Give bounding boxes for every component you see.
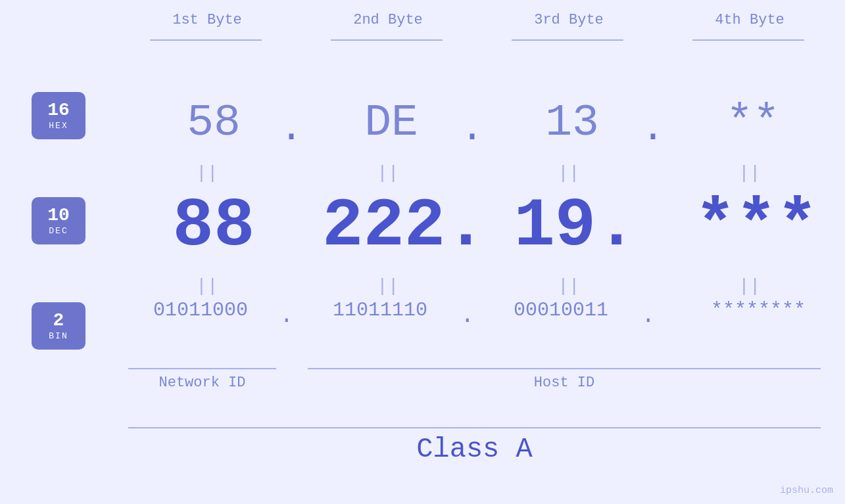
dec-value-1: 88 bbox=[141, 187, 286, 265]
dec-badge-num: 10 bbox=[47, 206, 70, 226]
hex-value-4: ** bbox=[697, 97, 809, 148]
bin-badge-num: 2 bbox=[53, 311, 64, 331]
byte-header-2: 2nd Byte bbox=[322, 12, 454, 28]
hex-value-3: 13 bbox=[516, 97, 628, 148]
bin-dot-1: . bbox=[279, 302, 294, 329]
equals-hex-dec-4: || bbox=[738, 163, 761, 183]
watermark: ipshu.com bbox=[780, 485, 833, 496]
hex-badge-label: HEX bbox=[49, 121, 68, 131]
network-id-label: Network ID bbox=[128, 375, 276, 391]
equals-hex-dec-2: || bbox=[377, 163, 399, 183]
bracket-top-1 bbox=[150, 39, 262, 41]
dec-badge-label: DEC bbox=[49, 226, 68, 236]
host-id-label: Host ID bbox=[308, 375, 821, 391]
hex-badge-num: 16 bbox=[47, 101, 70, 121]
equals-dec-bin-3: || bbox=[558, 276, 580, 296]
hex-badge: 16 HEX bbox=[32, 92, 85, 139]
bin-value-3: 00010011 bbox=[489, 299, 633, 321]
bin-value-2: 11011110 bbox=[308, 299, 452, 321]
dec-value-4: *** bbox=[684, 187, 829, 265]
class-label: Class A bbox=[128, 434, 821, 465]
dec-value-3: 19. bbox=[503, 187, 648, 265]
bin-value-1: 01011000 bbox=[128, 299, 273, 321]
bracket-bottom-host bbox=[308, 368, 821, 369]
bin-dot-2: . bbox=[460, 302, 475, 329]
hex-value-1: 58 bbox=[158, 97, 270, 148]
dec-badge: 10 DEC bbox=[32, 197, 85, 244]
hex-dot-1: . bbox=[279, 106, 303, 151]
bracket-bottom-network bbox=[128, 368, 276, 369]
class-divider bbox=[128, 427, 821, 428]
bin-badge-label: BIN bbox=[49, 331, 68, 341]
equals-dec-bin-2: || bbox=[377, 276, 399, 296]
dec-value-2: 222. bbox=[322, 187, 467, 265]
bracket-top-3 bbox=[512, 39, 623, 41]
bracket-top-4 bbox=[692, 39, 804, 41]
bracket-top-2 bbox=[331, 39, 443, 41]
hex-value-2: DE bbox=[335, 97, 447, 148]
bin-badge: 2 BIN bbox=[32, 302, 85, 350]
equals-hex-dec-1: || bbox=[196, 163, 218, 183]
byte-header-1: 1st Byte bbox=[141, 12, 273, 28]
equals-dec-bin-4: || bbox=[738, 276, 761, 296]
byte-header-3: 3rd Byte bbox=[503, 12, 635, 28]
equals-hex-dec-3: || bbox=[558, 163, 580, 183]
byte-header-4: 4th Byte bbox=[684, 12, 815, 28]
bin-dot-3: . bbox=[641, 302, 656, 329]
hex-dot-2: . bbox=[460, 106, 484, 151]
hex-dot-3: . bbox=[641, 106, 665, 151]
bin-value-4: ******** bbox=[669, 299, 845, 321]
equals-dec-bin-1: || bbox=[196, 276, 218, 296]
